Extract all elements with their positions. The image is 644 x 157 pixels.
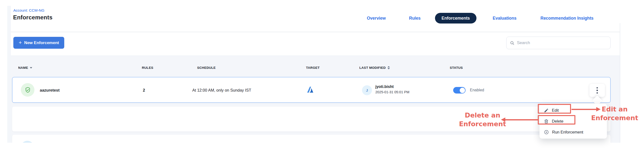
delete-highlight-box <box>538 115 576 124</box>
column-header-status: STATUS <box>450 66 463 70</box>
delete-arrow <box>505 119 538 120</box>
shield-check-icon <box>24 87 31 93</box>
bottom-white-crop <box>0 143 644 157</box>
edit-annotation-text: Edit an Enforcement <box>588 105 641 122</box>
modified-by: jyoti.bisht <box>375 84 409 89</box>
tab-rules[interactable]: Rules <box>409 16 421 21</box>
rules-count: 2 <box>143 88 145 92</box>
menu-item-run-enforcement[interactable]: Run Enforcement <box>540 127 607 138</box>
toggle-knob <box>460 88 465 93</box>
right-section-divider <box>620 23 620 157</box>
enforcement-name[interactable]: aazuretest <box>40 88 60 92</box>
column-header-last-modified[interactable]: LAST MODIFIED <box>359 66 390 70</box>
row-actions-menu-button[interactable] <box>590 84 605 97</box>
play-circle-icon <box>544 130 549 135</box>
left-gutter <box>7 6 11 157</box>
schedule-text: At 12:00 AM, only on Sunday IST <box>192 88 251 92</box>
sort-desc-icon <box>30 67 32 68</box>
tab-recommendation-insights[interactable]: Recommendation Insights <box>540 16 594 21</box>
search-box[interactable] <box>506 36 610 49</box>
search-input[interactable] <box>517 40 607 45</box>
azure-icon <box>306 86 314 94</box>
enforcements-page: Account: CCM-NG Enforcements Overview Ru… <box>0 0 644 157</box>
account-breadcrumb[interactable]: Account: CCM-NG <box>13 8 44 12</box>
tab-evaluations[interactable]: Evaluations <box>493 16 516 21</box>
header-divider <box>11 32 620 32</box>
tab-overview[interactable]: Overview <box>367 16 386 21</box>
new-enforcement-label: New Enforcement <box>24 40 59 45</box>
tab-enforcements[interactable]: Enforcements <box>435 13 476 24</box>
delete-annotation-text: Delete an Enforcement <box>456 111 509 128</box>
menu-item-label: Run Enforcement <box>552 130 583 134</box>
last-modified-cell: jyoti.bisht 2025-01-31 05:01 PM <box>375 84 409 94</box>
enforcement-type-badge <box>21 83 34 97</box>
status-toggle[interactable] <box>453 87 466 94</box>
sort-both-icon <box>388 66 390 69</box>
table-row[interactable]: aazuretest 2 At 12:00 AM, only on Sunday… <box>12 77 610 103</box>
status-label: Enabled <box>470 88 484 92</box>
avatar: J <box>362 85 372 95</box>
page-title: Enforcements <box>13 14 52 21</box>
edit-highlight-box <box>538 104 571 114</box>
search-icon <box>510 41 514 45</box>
kebab-icon <box>596 87 598 89</box>
column-header-schedule: SCHEDULE <box>197 66 216 70</box>
column-header-target: TARGET <box>306 66 320 70</box>
column-header-rules: RULES <box>142 66 153 70</box>
target-cell <box>306 86 314 94</box>
new-enforcement-button[interactable]: + New Enforcement <box>13 37 64 49</box>
modified-at: 2025-01-31 05:01 PM <box>375 90 409 94</box>
plus-icon: + <box>19 40 22 45</box>
column-header-name[interactable]: NAME <box>18 66 32 70</box>
